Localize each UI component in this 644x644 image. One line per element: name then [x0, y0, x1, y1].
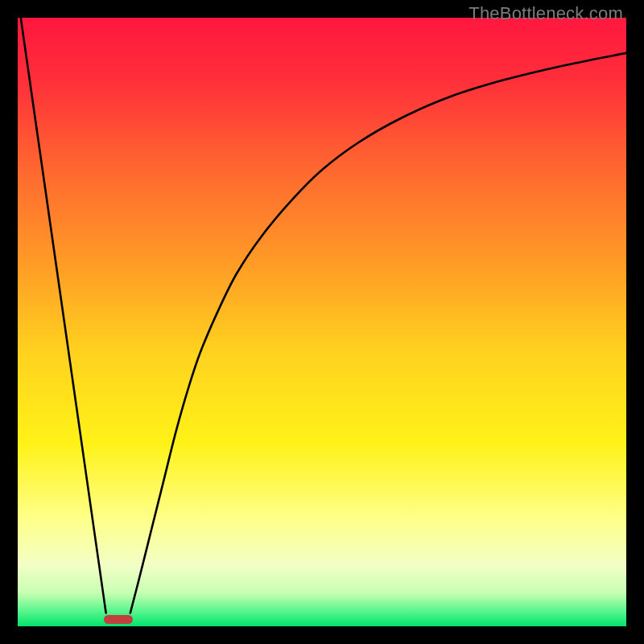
chart-svg — [18, 18, 626, 626]
chart-frame — [18, 18, 626, 626]
bottleneck-marker — [104, 615, 133, 624]
watermark-text: TheBottleneck.com — [469, 3, 623, 24]
gradient-background — [18, 18, 626, 626]
